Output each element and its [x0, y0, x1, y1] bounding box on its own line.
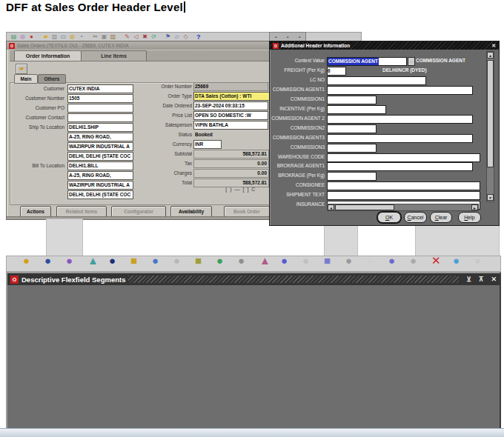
print-icon[interactable]: ▭ [59, 33, 67, 41]
tools-icon[interactable]: ◇ [182, 33, 190, 41]
field-status[interactable]: Booked [193, 130, 268, 139]
toolbar-icon[interactable]: ▲ [87, 256, 99, 266]
scrollbar-thumb[interactable] [487, 60, 494, 167]
cut-icon[interactable]: ✂ [91, 33, 99, 41]
schema-icon[interactable]: ◔ [77, 33, 85, 41]
database-icon[interactable]: ◍ [68, 33, 76, 41]
toolbar-icon[interactable]: ● [453, 256, 460, 266]
folder-open-icon[interactable]: ▰ [42, 33, 50, 41]
tab-order-information[interactable]: Order Information [14, 50, 82, 61]
maximize-icon[interactable]: ⊼ [479, 276, 484, 283]
field-order-number[interactable]: 25669 [193, 82, 268, 91]
toolbar-icon[interactable]: ● [44, 256, 51, 266]
subtab-main[interactable]: Main [14, 74, 38, 84]
field-commission-agent3[interactable] [327, 134, 473, 143]
field-context-value[interactable]: COMMISSION AGENT [327, 57, 407, 66]
field-shipment-text[interactable] [327, 191, 480, 200]
toolbar-icon[interactable]: ■ [324, 256, 331, 266]
ok-button[interactable]: OK [377, 212, 401, 223]
toolbar-icon[interactable]: ● [410, 256, 417, 266]
toolbar-icon[interactable]: ● [388, 256, 395, 266]
toolbar-icon[interactable]: ● [474, 256, 481, 266]
popup-horizontal-scrollbar[interactable]: ◄ ► [327, 204, 479, 211]
field-label: COMMISSION3 [271, 144, 325, 151]
toolbar-icon[interactable]: ▲ [259, 256, 271, 266]
field-label: Charges [118, 169, 192, 177]
navigator-icon[interactable]: ● [27, 33, 36, 41]
clear-button[interactable]: Clear [430, 212, 452, 223]
field-brokrage-agent1[interactable] [327, 162, 473, 171]
field-lc-no[interactable] [327, 76, 426, 85]
scroll-down-icon[interactable]: ▼ [487, 194, 494, 201]
toolbar-icon[interactable]: ● [216, 256, 223, 266]
popup-titlebar[interactable]: O Additional Header Information ✕ [270, 41, 499, 50]
field-address-line[interactable]: DELHI, DELHI (STATE COC [67, 190, 133, 199]
field-commission2[interactable] [327, 124, 377, 133]
field-currency[interactable]: INR [193, 140, 222, 149]
field-commission-agent1[interactable] [327, 86, 473, 95]
refresh-icon[interactable]: ⟳ [150, 33, 158, 41]
cancel-button[interactable]: Cancel [404, 212, 427, 223]
related-items-button[interactable]: Related Items [56, 206, 107, 217]
toolbar-icon[interactable]: ● [173, 256, 180, 266]
field-commission1[interactable] [327, 96, 377, 104]
field-tax[interactable]: 0.00 [193, 159, 269, 168]
tab-line-items[interactable]: Line Items [81, 50, 147, 61]
field-order-type[interactable]: DTA Sales (Cotton) : WTI [193, 92, 276, 101]
edit-icon[interactable]: ✎ [123, 33, 131, 41]
find-icon[interactable]: ◎ [19, 33, 27, 41]
popup-vertical-scrollbar[interactable]: ▲ ▼ [486, 51, 494, 202]
background-window-fragment [415, 224, 500, 257]
toolbar-icon[interactable]: ● [345, 256, 352, 266]
availability-button[interactable]: Availability [170, 206, 212, 217]
actions-button[interactable]: Actions [20, 206, 51, 217]
dff-titlebar[interactable]: O Descriptive Flexfield Segments ⊻ ⊼ ✕ [7, 273, 500, 285]
close-icon[interactable]: ✕ [491, 43, 496, 49]
configurator-button[interactable]: Configurator [111, 206, 166, 217]
translations-icon[interactable]: ⚑ [164, 33, 172, 41]
delete-icon[interactable]: ✖ [141, 33, 149, 41]
toolbar-icon[interactable]: ● [23, 256, 30, 266]
toolbar-icon[interactable]: ● [109, 256, 116, 266]
field-subtotal[interactable]: 588,572.81 [193, 150, 269, 159]
toolbar-icon[interactable]: ● [302, 256, 309, 266]
scroll-left-icon[interactable]: ◄ [328, 204, 334, 210]
field-brokrage-per-kg-[interactable] [327, 172, 377, 181]
toolbar-icon[interactable]: ● [152, 256, 159, 266]
toolbar-icon[interactable]: ● [367, 256, 374, 266]
toolbar-icon[interactable]: ■ [130, 256, 137, 266]
minimize-icon[interactable]: ⊻ [466, 276, 471, 283]
field-commission3[interactable] [327, 144, 377, 153]
close-icon[interactable]: ✕ [491, 276, 497, 283]
subtab-others[interactable]: Others [38, 74, 66, 84]
help-icon[interactable]: ? [196, 33, 201, 41]
field-freight-per-kg-[interactable]: 6 [327, 67, 346, 76]
field-incentive-per-kg-[interactable] [327, 105, 386, 114]
toolbar-icon[interactable]: ● [66, 256, 73, 266]
attachments-icon[interactable]: ▱ [173, 33, 181, 41]
toolbar-icon[interactable]: ✕ [431, 256, 441, 266]
field-warehouse-code[interactable] [327, 153, 480, 162]
field-label: COMMISSION2 [271, 124, 325, 132]
toolbar-icon[interactable]: ■ [195, 256, 202, 266]
clear-record-icon[interactable]: ◁ [132, 33, 140, 41]
toolbar-icon[interactable]: ● [238, 256, 245, 266]
field-price-list[interactable]: OPEN SO DOMESTIC :W [193, 111, 268, 120]
new-icon[interactable]: ▤ [10, 33, 18, 41]
help-button[interactable]: Help [458, 212, 481, 223]
save-icon[interactable]: ▥ [50, 33, 59, 41]
toolbar-icon[interactable]: ● [281, 256, 288, 266]
lov-button[interactable]: … [408, 57, 415, 66]
field-salesperson[interactable]: VIPIN BATHLA [193, 121, 268, 130]
field-commission-agent-2[interactable] [327, 115, 473, 124]
copy-icon[interactable]: ▣ [100, 33, 108, 41]
scrollbar-thumb[interactable] [335, 204, 394, 210]
field-consignee[interactable] [327, 181, 480, 190]
open-folder-icon[interactable]: ▰ [16, 64, 27, 74]
scroll-up-icon[interactable]: ▲ [487, 52, 494, 59]
field-date-ordered[interactable]: 23-SEP-2024 09:33:15 [193, 101, 268, 110]
paste-icon[interactable]: ▨ [109, 33, 117, 41]
book-order-button[interactable]: Book Order [224, 206, 270, 217]
scroll-right-icon[interactable]: ► [471, 204, 478, 210]
field-charges[interactable]: 0.00 [193, 169, 269, 178]
